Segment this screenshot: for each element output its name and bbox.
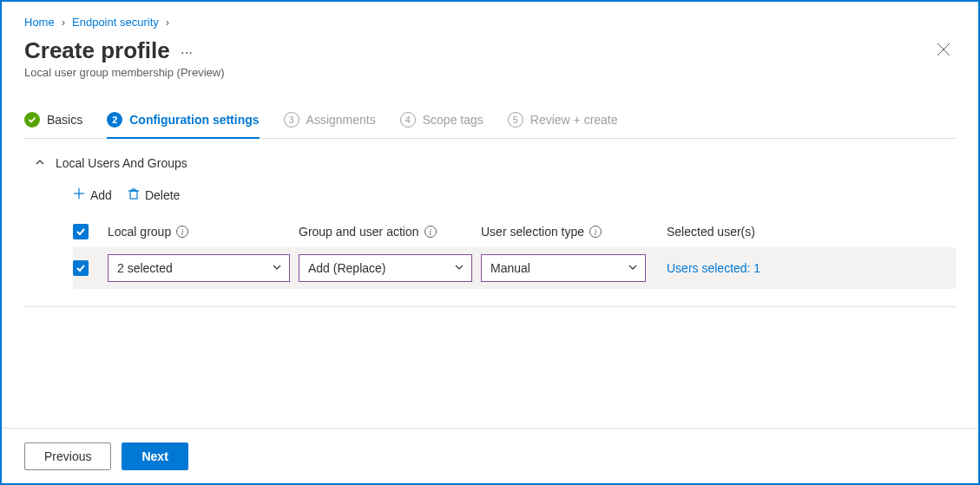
- step-review-create[interactable]: 5 Review + create: [508, 107, 618, 138]
- close-button[interactable]: [931, 37, 956, 64]
- breadcrumb-home[interactable]: Home: [24, 16, 55, 29]
- column-selected-users: Selected user(s): [667, 225, 755, 239]
- page-subtitle: Local user group membership (Preview): [24, 66, 224, 79]
- row-checkbox[interactable]: [73, 260, 89, 276]
- chevron-up-icon: [35, 156, 45, 170]
- add-button[interactable]: Add: [73, 187, 112, 202]
- step-configuration-settings[interactable]: 2 Configuration settings: [107, 107, 259, 138]
- users-selected-link[interactable]: Users selected: 1: [667, 261, 760, 275]
- section-local-users-and-groups: Local Users And Groups Add Delete: [24, 156, 956, 307]
- chevron-right-icon: ›: [166, 16, 169, 29]
- step-label: Review + create: [530, 113, 618, 127]
- table-header: Local group i Group and user action i Us…: [73, 216, 956, 247]
- breadcrumb: Home › Endpoint security ›: [24, 12, 956, 37]
- step-basics[interactable]: Basics: [24, 107, 82, 138]
- delete-button[interactable]: Delete: [128, 187, 180, 202]
- chevron-right-icon: ›: [62, 16, 65, 29]
- group-user-action-select[interactable]: Add (Replace): [299, 254, 472, 282]
- column-group-user-action: Group and user action: [299, 225, 419, 239]
- trash-icon: [128, 187, 140, 202]
- chevron-down-icon: [272, 261, 282, 275]
- check-icon: [24, 112, 40, 128]
- select-value: Manual: [490, 261, 530, 275]
- select-value: 2 selected: [117, 261, 173, 275]
- step-number-icon: 4: [400, 112, 416, 128]
- column-local-group: Local group: [108, 225, 171, 239]
- more-button[interactable]: ⋯: [181, 46, 194, 60]
- select-all-checkbox[interactable]: [73, 224, 89, 239]
- page-title: Create profile: [24, 37, 170, 64]
- next-button[interactable]: Next: [122, 442, 187, 470]
- step-label: Basics: [47, 113, 82, 127]
- step-assignments[interactable]: 3 Assignments: [284, 107, 376, 138]
- section-toggle[interactable]: Local Users And Groups: [24, 156, 956, 170]
- previous-button[interactable]: Previous: [24, 442, 111, 470]
- svg-rect-4: [130, 191, 137, 199]
- step-label: Configuration settings: [129, 113, 259, 127]
- column-user-selection-type: User selection type: [481, 225, 584, 239]
- info-icon[interactable]: i: [424, 226, 437, 238]
- chevron-down-icon: [454, 261, 464, 275]
- step-number-icon: 2: [107, 112, 122, 128]
- step-scope-tags[interactable]: 4 Scope tags: [400, 107, 483, 138]
- step-number-icon: 5: [508, 112, 523, 128]
- info-icon[interactable]: i: [176, 226, 188, 238]
- user-selection-type-select[interactable]: Manual: [481, 254, 646, 282]
- step-number-icon: 3: [284, 112, 299, 128]
- footer: Previous Next: [2, 428, 978, 483]
- local-group-select[interactable]: 2 selected: [108, 254, 290, 282]
- step-label: Assignments: [306, 113, 376, 127]
- wizard-steps: Basics 2 Configuration settings 3 Assign…: [24, 107, 956, 139]
- table-row: 2 selected Add (Replace) Manual: [73, 247, 956, 289]
- plus-icon: [73, 187, 85, 202]
- section-title: Local Users And Groups: [56, 156, 187, 170]
- select-value: Add (Replace): [308, 261, 386, 275]
- breadcrumb-endpoint-security[interactable]: Endpoint security: [72, 16, 159, 29]
- toolbar-label: Add: [90, 188, 112, 202]
- toolbar-label: Delete: [145, 188, 180, 202]
- step-label: Scope tags: [423, 113, 483, 127]
- info-icon[interactable]: i: [589, 226, 602, 238]
- chevron-down-icon: [628, 261, 638, 275]
